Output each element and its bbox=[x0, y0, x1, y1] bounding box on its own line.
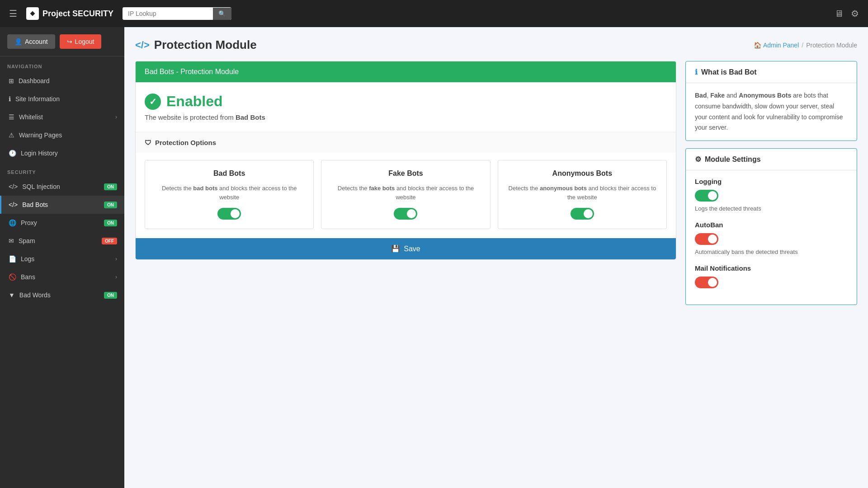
settings-card-header: ⚙ Module Settings bbox=[686, 149, 857, 170]
enabled-status: ✓ Enabled bbox=[145, 93, 667, 110]
home-icon: 🏠 bbox=[754, 42, 761, 49]
logs-chevron-icon: › bbox=[115, 256, 117, 262]
code-tag-icon: </> bbox=[135, 39, 150, 51]
code-icon: </> bbox=[9, 183, 18, 190]
sidebar: 👤 Account ↪ Logout NAVIGATION ⊞ Dashboar… bbox=[0, 27, 124, 488]
svg-point-0 bbox=[31, 12, 33, 14]
sidebar-item-site-information[interactable]: ℹ Site Information bbox=[0, 90, 124, 108]
bot-icon: </> bbox=[9, 201, 18, 208]
nav-section-label: NAVIGATION bbox=[0, 56, 124, 72]
what-is-bad-bot-card: ℹ What is Bad Bot Bad, Fake and Anonymou… bbox=[685, 61, 857, 141]
info-card-body: Bad, Fake and Anonymous Bots are bots th… bbox=[686, 83, 857, 141]
info-icon: ℹ bbox=[695, 68, 698, 76]
bans-chevron-icon: › bbox=[115, 274, 117, 280]
monitor-icon[interactable]: 🖥 bbox=[835, 9, 844, 19]
autoban-setting: AutoBan Automatically bans the detected … bbox=[695, 221, 848, 255]
logging-desc: Logs the detected threats bbox=[695, 205, 848, 212]
save-icon: 💾 bbox=[391, 244, 400, 253]
search-button[interactable]: 🔍 bbox=[213, 8, 231, 20]
main-content: </> Protection Module 🏠 Admin Panel / Pr… bbox=[124, 27, 868, 488]
security-section-label: SECURITY bbox=[0, 162, 124, 178]
spam-badge: OFF bbox=[102, 238, 117, 244]
main-card: Bad Bots - Protection Module ✓ Enabled T… bbox=[135, 61, 676, 260]
breadcrumb-separator: / bbox=[802, 42, 803, 49]
account-button[interactable]: 👤 Account bbox=[7, 34, 55, 49]
grid-icon: ⊞ bbox=[9, 77, 14, 84]
status-section: ✓ Enabled The website is protected from … bbox=[136, 82, 676, 132]
sidebar-item-dashboard[interactable]: ⊞ Dashboard bbox=[0, 72, 124, 90]
right-column: ℹ What is Bad Bot Bad, Fake and Anonymou… bbox=[685, 61, 857, 305]
proxy-badge: ON bbox=[104, 220, 117, 226]
shield-icon: 🛡 bbox=[145, 139, 151, 146]
save-button[interactable]: 💾 Save bbox=[136, 238, 676, 259]
gear-icon: ⚙ bbox=[695, 155, 701, 164]
autoban-desc: Automatically bans the detected threats bbox=[695, 249, 848, 255]
sidebar-item-logs[interactable]: 📄 Logs › bbox=[0, 250, 124, 268]
mail-notifications-label: Mail Notifications bbox=[695, 264, 848, 272]
content-grid: Bad Bots - Protection Module ✓ Enabled T… bbox=[135, 61, 857, 305]
sidebar-buttons: 👤 Account ↪ Logout bbox=[0, 27, 124, 56]
bad-bots-badge: ON bbox=[104, 202, 117, 208]
mail-notifications-toggle[interactable] bbox=[695, 277, 718, 288]
file-icon: 📄 bbox=[9, 255, 16, 263]
info-circle-icon: ℹ bbox=[9, 95, 11, 103]
breadcrumb: 🏠 Admin Panel / Protection Module bbox=[754, 42, 857, 49]
anonymous-bots-desc: Detects the anonymous bots and blocks th… bbox=[505, 184, 659, 202]
page-title: </> Protection Module bbox=[135, 38, 257, 52]
list-icon: ☰ bbox=[9, 113, 14, 121]
bad-words-badge: ON bbox=[104, 292, 117, 299]
bad-bots-desc: Detects the bad bots and blocks their ac… bbox=[152, 184, 306, 202]
clock-icon: 🕐 bbox=[9, 150, 16, 157]
sidebar-item-warning-pages[interactable]: ⚠ Warning Pages bbox=[0, 126, 124, 144]
settings-card-body: Logging Logs the detected threats AutoBa… bbox=[686, 170, 857, 305]
sidebar-item-bad-words[interactable]: ▼ Bad Words ON bbox=[0, 286, 124, 304]
logging-label: Logging bbox=[695, 178, 848, 185]
module-settings-card: ⚙ Module Settings Logging Logs the detec… bbox=[685, 148, 857, 305]
topnav-right: 🖥 ⚙ bbox=[835, 8, 859, 19]
search-input[interactable] bbox=[123, 7, 213, 20]
check-circle-icon: ✓ bbox=[145, 94, 161, 110]
logout-icon: ↪ bbox=[67, 38, 72, 45]
chevron-right-icon: › bbox=[115, 114, 117, 120]
brand-name: Project SECURITY bbox=[42, 9, 113, 19]
logging-toggle[interactable] bbox=[695, 190, 718, 202]
option-card-fake-bots: Fake Bots Detects the fake bots and bloc… bbox=[321, 160, 490, 229]
page-header: </> Protection Module 🏠 Admin Panel / Pr… bbox=[135, 38, 857, 52]
fake-bots-title: Fake Bots bbox=[388, 169, 423, 178]
green-header-bar: Bad Bots - Protection Module bbox=[136, 61, 676, 82]
sql-injection-badge: ON bbox=[104, 183, 117, 190]
search-box: 🔍 bbox=[123, 7, 231, 20]
info-card-header: ℹ What is Bad Bot bbox=[686, 61, 857, 83]
fake-bots-desc: Detects the fake bots and blocks their a… bbox=[329, 184, 482, 202]
sidebar-item-bad-bots[interactable]: </> Bad Bots ON bbox=[0, 196, 124, 214]
topnav-left: ☰ Project SECURITY 🔍 bbox=[9, 7, 231, 20]
option-card-bad-bots: Bad Bots Detects the bad bots and blocks… bbox=[145, 160, 314, 229]
layout: 👤 Account ↪ Logout NAVIGATION ⊞ Dashboar… bbox=[0, 27, 868, 488]
sidebar-item-sql-injection[interactable]: </> SQL Injection ON bbox=[0, 178, 124, 196]
options-grid: Bad Bots Detects the bad bots and blocks… bbox=[136, 153, 676, 238]
anonymous-bots-title: Anonymous Bots bbox=[552, 169, 612, 178]
option-card-anonymous-bots: Anonymous Bots Detects the anonymous bot… bbox=[498, 160, 667, 229]
account-icon: 👤 bbox=[14, 38, 22, 45]
sidebar-item-bans[interactable]: 🚫 Bans › bbox=[0, 268, 124, 286]
left-column: Bad Bots - Protection Module ✓ Enabled T… bbox=[135, 61, 676, 305]
ban-icon: 🚫 bbox=[9, 273, 16, 281]
settings-icon[interactable]: ⚙ bbox=[851, 8, 859, 19]
mail-icon: ✉ bbox=[9, 237, 14, 244]
anonymous-bots-toggle[interactable] bbox=[571, 208, 594, 220]
protection-options-header: 🛡 Protection Options bbox=[136, 132, 676, 153]
autoban-label: AutoBan bbox=[695, 221, 848, 229]
filter-icon: ▼ bbox=[9, 291, 15, 299]
sidebar-item-spam[interactable]: ✉ Spam OFF bbox=[0, 232, 124, 250]
bad-bots-toggle[interactable] bbox=[217, 208, 241, 220]
logout-button[interactable]: ↪ Logout bbox=[60, 34, 102, 49]
brand: Project SECURITY bbox=[26, 7, 113, 20]
breadcrumb-home-link[interactable]: 🏠 Admin Panel bbox=[754, 42, 799, 49]
hamburger-menu[interactable]: ☰ bbox=[9, 8, 17, 19]
sidebar-item-proxy[interactable]: 🌐 Proxy ON bbox=[0, 214, 124, 232]
sidebar-item-whitelist[interactable]: ☰ Whitelist › bbox=[0, 108, 124, 126]
brand-icon bbox=[26, 7, 39, 20]
sidebar-item-login-history[interactable]: 🕐 Login History bbox=[0, 144, 124, 162]
autoban-toggle[interactable] bbox=[695, 233, 718, 245]
fake-bots-toggle[interactable] bbox=[394, 208, 417, 220]
